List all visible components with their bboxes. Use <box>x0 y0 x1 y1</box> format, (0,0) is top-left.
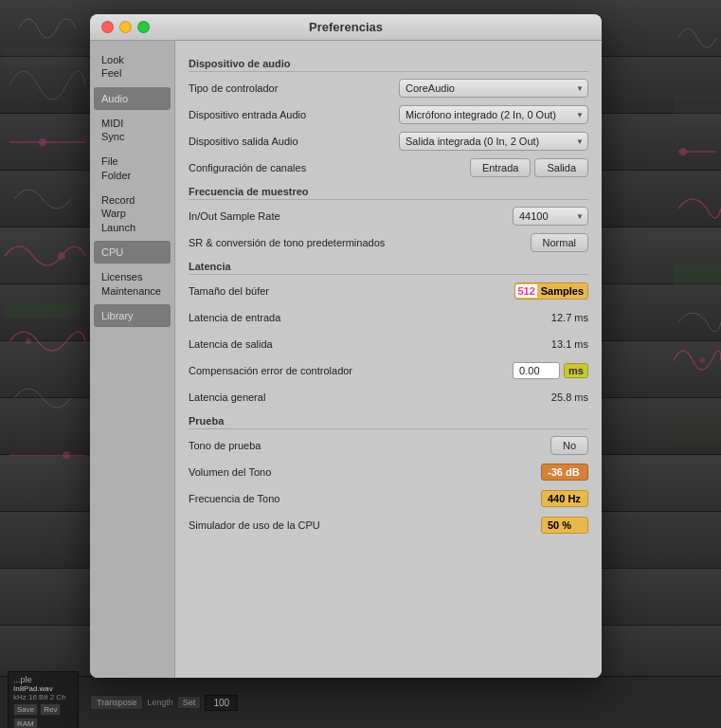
preferences-dialog: Preferencias Look Feel Audio MIDI Sync F… <box>90 14 602 678</box>
control-simulador-cpu: 50 % <box>541 517 588 534</box>
length-label: Length <box>147 698 173 707</box>
label-output-latency: Latencia de salida <box>189 338 551 350</box>
svg-rect-0 <box>5 47 85 66</box>
row-general-latency: Latencia general 25.8 ms <box>189 387 588 408</box>
row-sample-rate: In/Out Sample Rate 44100 <box>189 206 588 227</box>
label-dispositivo-entrada: Dispositivo entrada Audio <box>189 109 399 120</box>
ram-area: RAM <box>13 718 73 728</box>
buffer-size-field[interactable]: 512 Samples <box>514 282 588 300</box>
value-output-latency: 13.1 ms <box>551 338 588 350</box>
label-simulador-cpu: Simulador de uso de la CPU <box>189 519 541 531</box>
transport-controls: Transpose Length Set 100 <box>90 695 238 711</box>
transient-select[interactable]: Transpose <box>90 695 143 710</box>
control-controller-error: 0.00 ms <box>513 362 588 379</box>
select-tipo-controlador[interactable]: CoreAudio <box>399 79 588 98</box>
row-test-tone: Tono de prueba No <box>189 435 588 456</box>
control-configuracion-canales: Entrada Salida <box>470 158 588 177</box>
value-frecuencia-tono[interactable]: 440 Hz <box>541 490 588 507</box>
buffer-size-number: 512 <box>515 284 536 298</box>
row-tipo-controlador: Tipo de controlador CoreAudio <box>189 78 588 99</box>
sidebar-item-file-folder[interactable]: File Folder <box>94 150 171 187</box>
sidebar-item-midi-sync[interactable]: MIDI Sync <box>94 112 171 149</box>
entrada-button[interactable]: Entrada <box>470 158 532 177</box>
left-waveform <box>0 0 90 728</box>
rev-btn[interactable]: Rev <box>40 703 61 716</box>
control-output-latency: 13.1 ms <box>551 338 588 350</box>
section-latency: Latencia <box>189 261 588 275</box>
buffer-size-unit: Samples <box>537 285 587 297</box>
control-sr-conversion: Normal <box>531 233 588 252</box>
row-configuracion-canales: Configuración de canales Entrada Salida <box>189 157 588 178</box>
test-tone-btn[interactable]: No <box>550 436 588 455</box>
file-label: ...ple <box>13 675 73 684</box>
svg-rect-6 <box>674 95 721 123</box>
sidebar-item-record-warp-launch[interactable]: Record Warp Launch <box>94 189 171 239</box>
row-dispositivo-entrada: Dispositivo entrada Audio Micrófono inte… <box>189 104 588 125</box>
select-dispositivo-salida[interactable]: Salida integrada (0 In, 2 Out) <box>399 132 588 151</box>
select-dispositivo-entrada[interactable]: Micrófono integrado (2 In, 0 Out) <box>399 105 588 124</box>
sr-conversion-btn[interactable]: Normal <box>531 233 588 252</box>
title-bar: Preferencias <box>90 14 602 41</box>
svg-point-9 <box>699 357 705 363</box>
sidebar-item-audio[interactable]: Audio <box>94 87 171 110</box>
row-input-latency: Latencia de entrada 12.7 ms <box>189 307 588 328</box>
sidebar-item-licenses-maintenance[interactable]: Licenses Maintenance <box>94 265 171 302</box>
svg-rect-10 <box>674 417 721 441</box>
row-sr-conversion: SR & conversión de tono predeterminados … <box>189 232 588 253</box>
row-buffer-size: Tamaño del búfer 512 Samples <box>189 281 588 301</box>
select-sample-rate[interactable]: 44100 <box>513 207 588 226</box>
row-volume-tono: Volumen del Tono -36 dB <box>189 462 588 482</box>
file-buttons: Save Rev <box>13 703 73 716</box>
control-buffer-size: 512 Samples <box>514 282 588 300</box>
file-info-panel: ...ple In8Pad.wav kHz 16 Bit 2 Ch Save R… <box>8 671 79 728</box>
value-general-latency: 25.8 ms <box>551 391 588 403</box>
row-dispositivo-salida: Dispositivo salida Audio Salida integrad… <box>189 131 588 152</box>
label-dispositivo-salida: Dispositivo salida Audio <box>189 136 399 147</box>
svg-point-2 <box>58 252 65 260</box>
control-general-latency: 25.8 ms <box>551 391 588 403</box>
label-frecuencia-tono: Frecuencia de Tono <box>189 493 541 504</box>
value-simulador-cpu[interactable]: 50 % <box>541 517 588 534</box>
svg-point-7 <box>679 148 687 155</box>
label-configuracion-canales: Configuración de canales <box>189 162 470 173</box>
control-sample-rate: 44100 <box>513 207 588 226</box>
section-test: Prueba <box>189 415 588 429</box>
row-output-latency: Latencia de salida 13.1 ms <box>189 334 588 355</box>
row-frecuencia-tono: Frecuencia de Tono 440 Hz <box>189 488 588 509</box>
maximize-button[interactable] <box>137 21 150 33</box>
label-general-latency: Latencia general <box>189 391 551 403</box>
close-button[interactable] <box>101 21 114 33</box>
svg-point-5 <box>63 451 70 459</box>
minimize-button[interactable] <box>119 21 132 33</box>
section-audio-device: Dispositivo de audio <box>189 58 588 72</box>
sidebar-item-library[interactable]: Library <box>94 304 171 327</box>
save-btn[interactable]: Save <box>13 703 38 716</box>
transport-panel: ...ple In8Pad.wav kHz 16 Bit 2 Ch Save R… <box>0 676 721 728</box>
bpm-value[interactable]: 100 <box>205 695 238 711</box>
svg-point-1 <box>39 138 46 146</box>
control-frecuencia-tono: 440 Hz <box>541 490 588 507</box>
label-sample-rate: In/Out Sample Rate <box>189 210 513 222</box>
sidebar-item-cpu[interactable]: CPU <box>94 241 171 264</box>
right-waveform <box>674 0 721 728</box>
dialog-title: Preferencias <box>309 20 383 34</box>
section-sample-rate: Frecuencia de muestreo <box>189 186 588 200</box>
value-controller-error[interactable]: 0.00 <box>513 362 560 379</box>
control-volume-tono: -36 dB <box>541 464 588 481</box>
window-controls <box>101 21 150 33</box>
set-btn[interactable]: Set <box>177 696 202 709</box>
control-tipo-controlador: CoreAudio <box>399 79 588 98</box>
file-info: kHz 16 Bit 2 Ch <box>13 693 73 701</box>
control-input-latency: 12.7 ms <box>551 312 588 323</box>
sidebar-item-look-feel[interactable]: Look Feel <box>94 48 171 85</box>
label-controller-error: Compensación error de controlador <box>189 365 513 376</box>
label-sr-conversion: SR & conversión de tono predeterminados <box>189 237 531 248</box>
ram-btn[interactable]: RAM <box>13 718 38 728</box>
salida-button[interactable]: Salida <box>534 158 588 177</box>
svg-rect-3 <box>5 303 81 318</box>
dialog-body: Look Feel Audio MIDI Sync File Folder Re… <box>90 41 602 678</box>
value-volume-tono[interactable]: -36 dB <box>541 464 588 481</box>
svg-rect-8 <box>674 265 721 284</box>
label-tipo-controlador: Tipo de controlador <box>189 82 399 94</box>
label-input-latency: Latencia de entrada <box>189 312 551 323</box>
